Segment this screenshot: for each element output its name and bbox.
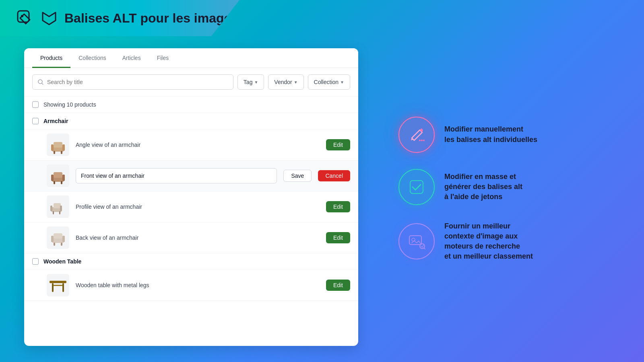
filter-bar: Tag ▼ Vendor ▼ Collection ▼: [24, 68, 358, 97]
svg-rect-30: [54, 285, 62, 286]
svg-rect-28: [52, 283, 54, 292]
svg-rect-17: [50, 206, 52, 211]
table-row: Angle view of an armchair Edit: [24, 129, 358, 160]
table-row: Back view of an armchair Edit: [24, 222, 358, 253]
armchair-front-save-button[interactable]: Save: [283, 170, 312, 182]
table-row: Wooden table with metal legs Edit: [24, 269, 358, 300]
svg-rect-27: [50, 281, 66, 283]
search-input[interactable]: [47, 79, 228, 85]
svg-rect-14: [61, 181, 62, 184]
product-header-table: Wooden Table: [24, 253, 358, 269]
svg-rect-13: [54, 181, 55, 184]
tabs-bar: Products Collections Articles Files: [24, 48, 358, 68]
svg-rect-4: [54, 142, 62, 148]
tab-products[interactable]: Products: [32, 48, 70, 68]
search-image-icon: [408, 232, 425, 250]
svg-rect-16: [54, 203, 61, 208]
feature-circle-2: [398, 169, 435, 205]
vendor-filter-button[interactable]: Vendor ▼: [268, 74, 303, 90]
armchair-front-image: [48, 166, 68, 186]
feature-item-1: Modifier manuellementles balises alt ind…: [398, 117, 620, 153]
table-edit-button[interactable]: Edit: [326, 280, 350, 291]
table-title: Wooden Table: [43, 258, 81, 265]
checkmark-icon: [408, 178, 425, 196]
armchair-profile-thumb: [47, 195, 69, 218]
svg-rect-22: [54, 233, 62, 239]
armchair-angle-thumb: [47, 134, 69, 156]
tag-filter-button[interactable]: Tag ▼: [237, 74, 264, 90]
feature-text-3: Fournir un meilleurcontexte d'image auxm…: [444, 221, 533, 262]
table-row: Save Cancel: [24, 160, 358, 191]
feature-text-2: Modifier en masse etgénérer des balises …: [444, 172, 522, 202]
armchair-back-image: [48, 228, 68, 248]
svg-rect-7: [54, 151, 55, 154]
svg-point-31: [419, 140, 421, 141]
product-group-armchair: Armchair Angle view of a: [24, 113, 358, 253]
svg-rect-5: [51, 144, 54, 151]
right-panel: Modifier manuellementles balises alt ind…: [382, 0, 644, 362]
table-row: Profile view of an armchair Edit: [24, 191, 358, 222]
showing-count: Showing 10 products: [43, 101, 96, 108]
collection-filter-button[interactable]: Collection ▼: [308, 74, 350, 90]
svg-rect-8: [61, 151, 62, 154]
svg-rect-25: [54, 243, 55, 246]
armchair-back-edit-button[interactable]: Edit: [326, 232, 350, 243]
chevron-down-icon: ▼: [254, 80, 258, 84]
svg-rect-23: [51, 236, 54, 242]
armchair-back-alt: Back view of an armchair: [76, 234, 320, 241]
armchair-back-thumb: [47, 226, 69, 249]
feature-circle-1: [398, 117, 435, 153]
tag-logo-icon: [40, 9, 58, 27]
pencil-icon: [409, 127, 425, 143]
wooden-table-image: [48, 277, 68, 294]
showing-row: Showing 10 products: [24, 97, 358, 113]
main-layout: Balises ALT pour les images Products Col…: [0, 0, 644, 362]
table-alt: Wooden table with metal legs: [76, 282, 320, 288]
product-header-armchair: Armchair: [24, 113, 358, 129]
svg-point-1: [21, 15, 23, 17]
select-all-checkbox[interactable]: [32, 101, 39, 108]
svg-rect-6: [62, 144, 65, 151]
armchair-profile-alt: Profile view of an armchair: [76, 204, 320, 210]
tag-icon: [16, 9, 34, 27]
svg-rect-19: [53, 211, 54, 214]
chevron-down-icon: ▼: [294, 80, 298, 84]
armchair-checkbox[interactable]: [32, 118, 39, 124]
svg-rect-18: [60, 206, 62, 211]
armchair-angle-edit-button[interactable]: Edit: [326, 139, 350, 150]
armchair-profile-image: [48, 197, 68, 217]
armchair-angle-image: [48, 135, 68, 155]
armchair-front-alt-input[interactable]: [76, 168, 277, 183]
svg-rect-20: [59, 211, 60, 214]
armchair-front-thumb: [47, 165, 69, 187]
svg-rect-11: [51, 175, 54, 181]
svg-rect-35: [409, 236, 421, 245]
armchair-angle-alt: Angle view of an armchair: [76, 142, 320, 148]
svg-point-32: [421, 140, 423, 141]
tab-articles[interactable]: Articles: [114, 48, 149, 68]
svg-rect-10: [54, 172, 62, 178]
tab-collections[interactable]: Collections: [70, 48, 114, 68]
svg-rect-12: [62, 175, 65, 181]
product-group-table: Wooden Table Wooden table with metal leg…: [24, 253, 358, 301]
search-wrapper: [32, 74, 233, 90]
tab-files[interactable]: Files: [149, 48, 177, 68]
search-icon: [37, 79, 44, 85]
svg-point-33: [423, 140, 425, 141]
feature-circle-3: [398, 223, 435, 259]
armchair-profile-edit-button[interactable]: Edit: [326, 201, 350, 212]
svg-rect-24: [62, 236, 65, 242]
feature-item-2: Modifier en masse etgénérer des balises …: [398, 169, 620, 205]
armchair-front-cancel-button[interactable]: Cancel: [318, 170, 350, 181]
armchair-title: Armchair: [43, 118, 68, 124]
header-title: Balises ALT pour les images: [64, 11, 238, 26]
feature-item-3: Fournir un meilleurcontexte d'image auxm…: [398, 221, 620, 262]
svg-rect-26: [61, 243, 62, 246]
feature-text-1: Modifier manuellementles balises alt ind…: [444, 124, 537, 144]
left-panel: Products Collections Articles Files Tag …: [0, 0, 382, 362]
chevron-down-icon: ▼: [340, 80, 344, 84]
table-thumb: [47, 274, 69, 296]
svg-rect-29: [62, 283, 64, 292]
main-card: Products Collections Articles Files Tag …: [24, 48, 358, 346]
table-checkbox[interactable]: [32, 258, 39, 265]
